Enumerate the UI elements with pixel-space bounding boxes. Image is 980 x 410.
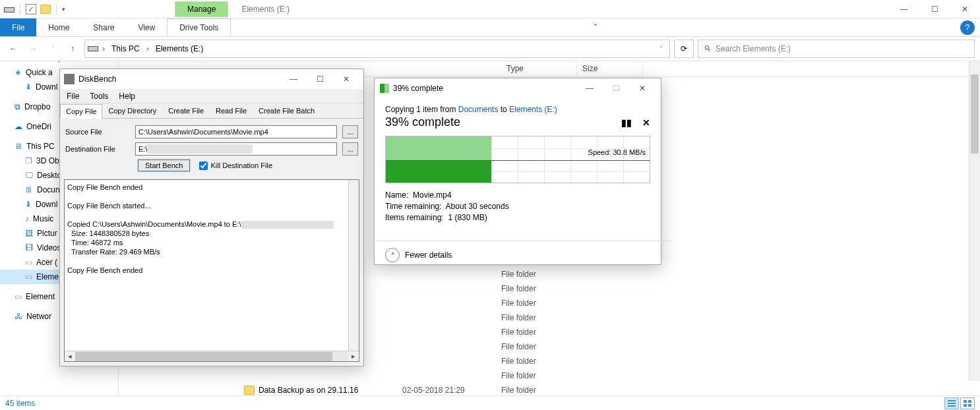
drive-icon bbox=[88, 44, 98, 54]
svg-rect-5 bbox=[948, 403, 956, 404]
menu-file[interactable]: File bbox=[67, 92, 79, 101]
view-tab[interactable]: View bbox=[126, 18, 167, 36]
menu-help[interactable]: Help bbox=[119, 92, 135, 101]
vertical-scrollbar[interactable] bbox=[969, 61, 980, 381]
up-button[interactable]: ↑ bbox=[65, 41, 80, 57]
dropbox-icon: ⧉ bbox=[15, 102, 20, 111]
recent-dropdown-icon[interactable]: ˅ bbox=[45, 41, 61, 57]
copy-progress-window: 39% complete — ☐ ✕ Copying 1 item from D… bbox=[374, 78, 661, 265]
chevron-up-icon: ˄ bbox=[385, 248, 400, 262]
menu-bar: File Tools Help bbox=[60, 89, 363, 103]
file-tab[interactable]: File bbox=[0, 18, 36, 36]
svg-rect-3 bbox=[88, 47, 98, 51]
chevron-right-icon[interactable]: › bbox=[145, 44, 150, 53]
col-type: Type bbox=[501, 61, 577, 76]
forward-button[interactable]: → bbox=[25, 41, 41, 57]
ribbon-collapse-icon[interactable]: ˄ bbox=[588, 18, 603, 36]
window-title: DiskBench bbox=[78, 74, 116, 84]
videos-icon: 🎞 bbox=[25, 243, 33, 252]
log-vertical-scrollbar[interactable] bbox=[348, 180, 359, 351]
breadcrumb-thispc[interactable]: This PC bbox=[109, 44, 142, 53]
home-tab[interactable]: Home bbox=[36, 18, 81, 36]
star-icon: ★ bbox=[15, 68, 22, 77]
status-bar: 45 items bbox=[0, 395, 980, 410]
copy-titlebar[interactable]: 39% complete — ☐ ✕ bbox=[375, 78, 661, 98]
dest-link[interactable]: Elements (E:) bbox=[509, 105, 557, 114]
svg-rect-1 bbox=[5, 8, 14, 12]
help-icon[interactable]: ? bbox=[960, 20, 975, 35]
copy-metadata: Name: Movie.mp4 Time remaining: About 30… bbox=[385, 190, 650, 223]
tab-copy-file[interactable]: Copy File bbox=[60, 104, 102, 119]
share-tab[interactable]: Share bbox=[81, 18, 126, 36]
tab-read-file[interactable]: Read File bbox=[210, 103, 253, 118]
drive-icon: ▭ bbox=[25, 258, 32, 267]
ribbon-tabs: File Home Share View Drive Tools ˄ ? bbox=[0, 18, 980, 37]
item-count: 45 items bbox=[5, 399, 35, 408]
list-item[interactable]: File folder bbox=[119, 368, 980, 383]
close-button[interactable]: ✕ bbox=[950, 0, 980, 18]
kill-destination-checkbox[interactable]: Kill Destination File bbox=[199, 161, 272, 170]
chevron-up-icon[interactable]: ˄ bbox=[57, 61, 61, 67]
col-size: Size bbox=[577, 61, 643, 76]
tab-strip: Copy File Copy Directory Create File Rea… bbox=[60, 103, 363, 119]
large-icons-view-icon[interactable] bbox=[960, 397, 975, 409]
details-view-icon[interactable] bbox=[944, 397, 959, 409]
tab-copy-directory[interactable]: Copy Directory bbox=[102, 103, 162, 118]
explorer-titlebar: ✓ ▾ Manage Elements (E:) — ☐ ✕ bbox=[0, 0, 980, 18]
scroll-left-icon[interactable]: ◂ bbox=[65, 351, 75, 362]
chevron-right-icon[interactable]: › bbox=[101, 44, 106, 53]
log-horizontal-scrollbar[interactable]: ◂ ▸ bbox=[65, 351, 359, 361]
close-button[interactable]: ✕ bbox=[333, 69, 359, 89]
manage-contextual-tab[interactable]: Manage bbox=[175, 1, 228, 17]
address-dropdown-icon[interactable]: ˅ bbox=[656, 45, 667, 52]
log-output[interactable]: Copy File Bench ended Copy File Bench st… bbox=[64, 179, 359, 362]
back-button[interactable]: ← bbox=[5, 41, 21, 57]
app-icon bbox=[64, 74, 75, 84]
minimize-button[interactable]: — bbox=[280, 69, 307, 89]
desktop-icon: 🖵 bbox=[25, 171, 33, 180]
maximize-button[interactable]: ☐ bbox=[603, 78, 629, 98]
refresh-button[interactable]: ⟳ bbox=[674, 40, 694, 58]
svg-rect-10 bbox=[968, 404, 971, 407]
maximize-button[interactable]: ☐ bbox=[919, 0, 950, 18]
qat-dropdown-icon[interactable]: ▾ bbox=[62, 6, 65, 13]
drive-icon: ▭ bbox=[15, 292, 22, 301]
cancel-button[interactable]: ✕ bbox=[642, 117, 650, 128]
tab-create-file[interactable]: Create File bbox=[162, 103, 210, 118]
minimize-button[interactable]: — bbox=[889, 0, 919, 18]
drive-icon bbox=[4, 4, 15, 15]
address-bar-row: ← → ˅ ↑ › This PC › Elements (E:) ˅ ⟳ 🔍︎… bbox=[0, 37, 980, 61]
menu-tools[interactable]: Tools bbox=[90, 92, 108, 101]
checkbox-icon[interactable]: ✓ bbox=[26, 4, 36, 15]
breadcrumb-current[interactable]: Elements (E:) bbox=[153, 44, 206, 53]
pause-button[interactable]: ▮▮ bbox=[621, 117, 632, 128]
browse-source-button[interactable]: ... bbox=[342, 125, 358, 138]
source-file-label: Source File bbox=[65, 128, 130, 136]
download-icon: ⬇ bbox=[25, 200, 32, 209]
start-bench-button[interactable]: Start Bench bbox=[138, 160, 190, 171]
diskbench-titlebar[interactable]: DiskBench — ☐ ✕ bbox=[60, 69, 363, 89]
source-file-input[interactable] bbox=[135, 125, 337, 138]
documents-icon: 🗎 bbox=[25, 185, 33, 194]
search-input[interactable]: 🔍︎ Search Elements (E:) bbox=[698, 40, 975, 58]
svg-rect-6 bbox=[948, 405, 956, 407]
source-link[interactable]: Documents bbox=[458, 105, 499, 114]
window-title: 39% complete bbox=[393, 84, 443, 93]
drive-tools-tab[interactable]: Drive Tools bbox=[167, 18, 231, 36]
list-item[interactable]: Data Backup as on 29.11.16 02-05-2018 21… bbox=[119, 383, 980, 395]
browse-dest-button[interactable]: ... bbox=[342, 142, 358, 156]
copy-progress-icon bbox=[380, 84, 389, 93]
svg-rect-9 bbox=[964, 404, 967, 407]
minimize-button[interactable]: — bbox=[576, 78, 603, 98]
tab-create-file-batch[interactable]: Create File Batch bbox=[253, 103, 321, 118]
close-button[interactable]: ✕ bbox=[629, 78, 656, 98]
scroll-right-icon[interactable]: ▸ bbox=[348, 351, 359, 362]
address-bar[interactable]: › This PC › Elements (E:) ˅ bbox=[84, 40, 670, 58]
destination-file-input[interactable]: E:\ bbox=[135, 142, 337, 156]
folder-icon[interactable] bbox=[40, 4, 51, 15]
fewer-details-button[interactable]: ˄ Fewer details bbox=[375, 241, 661, 262]
window-title: Elements (E:) bbox=[241, 5, 290, 14]
maximize-button[interactable]: ☐ bbox=[307, 69, 333, 89]
copy-from-text: Copying 1 item from Documents to Element… bbox=[385, 105, 650, 114]
transfer-graph: Speed: 30.8 MB/s bbox=[385, 136, 650, 183]
